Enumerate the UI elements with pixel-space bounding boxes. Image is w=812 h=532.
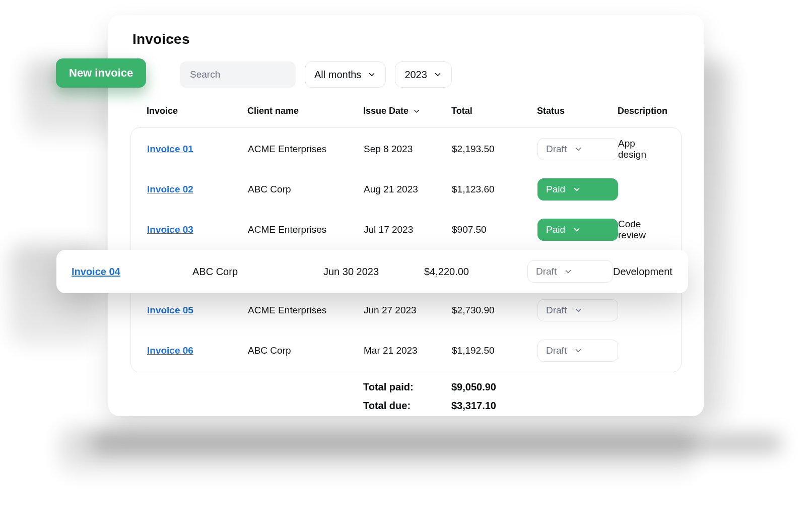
col-status: Status: [537, 106, 618, 122]
invoice-link[interactable]: Invoice 04: [72, 266, 192, 278]
status-select[interactable]: Draft: [537, 340, 618, 362]
year-filter[interactable]: 2023: [395, 61, 452, 88]
page-title: Invoices: [132, 31, 680, 47]
chevron-down-icon: [433, 70, 442, 79]
row-description: Code review: [618, 219, 665, 241]
col-total: Total: [451, 106, 537, 122]
year-filter-label: 2023: [404, 69, 427, 81]
month-filter-label: All months: [314, 69, 361, 81]
invoice-link[interactable]: Invoice 01: [147, 144, 248, 155]
invoice-link[interactable]: Invoice 02: [147, 184, 248, 195]
status-select[interactable]: Draft: [537, 138, 618, 160]
total-paid-value: $9,050.90: [451, 381, 537, 393]
client-name: ACME Enterprises: [248, 144, 364, 155]
issue-date: Aug 21 2023: [364, 184, 452, 195]
client-name: ABC Corp: [248, 184, 364, 195]
row-total: $4,220.00: [424, 266, 527, 278]
row-total: $2,730.90: [452, 305, 537, 316]
table-row[interactable]: Invoice 01 ACME Enterprises Sep 8 2023 $…: [131, 131, 681, 167]
row-total: $2,193.50: [452, 144, 537, 155]
chevron-down-icon: [564, 267, 573, 276]
month-filter[interactable]: All months: [305, 61, 386, 88]
invoice-table: Invoice 01 ACME Enterprises Sep 8 2023 $…: [130, 127, 682, 372]
status-select[interactable]: Draft: [537, 299, 618, 321]
status-select[interactable]: Draft: [527, 260, 613, 283]
table-body: Invoice 01 ACME Enterprises Sep 8 2023 $…: [131, 131, 681, 369]
totals: Total paid: $9,050.90 Total due: $3,317.…: [130, 372, 682, 412]
invoice-link[interactable]: Invoice 03: [147, 224, 248, 235]
toolbar: New invoice All months 2023: [130, 61, 682, 88]
table-row[interactable]: Invoice 03 ACME Enterprises Jul 17 2023 …: [131, 212, 681, 248]
table-row[interactable]: Invoice 05 ACME Enterprises Jun 27 2023 …: [131, 292, 681, 328]
invoices-card: Invoices New invoice All months 2023 Inv…: [108, 15, 704, 416]
client-name: ABC Corp: [248, 345, 364, 356]
invoice-link[interactable]: Invoice 05: [147, 305, 248, 316]
status-label: Draft: [546, 144, 567, 155]
status-label: Draft: [546, 345, 567, 356]
issue-date: Jun 27 2023: [364, 305, 452, 316]
chevron-down-icon: [413, 107, 421, 115]
status-label: Paid: [546, 224, 565, 235]
status-label: Paid: [546, 184, 565, 195]
invoice-link[interactable]: Invoice 06: [147, 345, 248, 356]
new-invoice-label: New invoice: [69, 66, 133, 80]
search-input[interactable]: [189, 69, 287, 81]
status-label: Draft: [536, 266, 557, 277]
issue-date: Sep 8 2023: [364, 144, 452, 155]
status-select[interactable]: Paid: [537, 219, 618, 241]
status-select[interactable]: Paid: [537, 178, 618, 201]
client-name: ABC Corp: [192, 266, 323, 278]
chevron-down-icon: [574, 145, 583, 154]
row-total: $1,123.60: [452, 184, 537, 195]
chevron-down-icon: [367, 70, 376, 79]
client-name: ACME Enterprises: [248, 305, 364, 316]
row-description: Development: [613, 266, 673, 278]
row-total: $907.50: [452, 224, 537, 235]
col-issue-date[interactable]: Issue Date: [363, 106, 451, 122]
chevron-down-icon: [574, 346, 583, 355]
issue-date: Mar 21 2023: [364, 345, 452, 356]
total-paid-label: Total paid:: [363, 381, 451, 393]
table-head: Invoice Client name Issue Date Total Sta…: [130, 106, 682, 122]
table-row[interactable]: Invoice 02 ABC Corp Aug 21 2023 $1,123.6…: [131, 171, 681, 208]
issue-date: Jun 30 2023: [323, 266, 424, 278]
chevron-down-icon: [572, 185, 581, 194]
table-row-highlighted[interactable]: Invoice 04 ABC Corp Jun 30 2023 $4,220.0…: [56, 250, 688, 293]
row-total: $1,192.50: [452, 345, 537, 356]
total-due-value: $3,317.10: [451, 400, 537, 412]
status-label: Draft: [546, 305, 567, 316]
chevron-down-icon: [572, 225, 581, 234]
new-invoice-button[interactable]: New invoice: [56, 58, 146, 88]
col-invoice: Invoice: [147, 106, 247, 122]
client-name: ACME Enterprises: [248, 224, 364, 235]
chevron-down-icon: [574, 306, 583, 315]
row-description: App design: [618, 138, 665, 160]
col-description: Description: [618, 106, 667, 122]
total-due-label: Total due:: [363, 400, 451, 412]
search-field[interactable]: [180, 61, 296, 88]
col-client: Client name: [247, 106, 363, 122]
table-row[interactable]: Invoice 06 ABC Corp Mar 21 2023 $1,192.5…: [131, 332, 681, 369]
issue-date: Jul 17 2023: [364, 224, 452, 235]
